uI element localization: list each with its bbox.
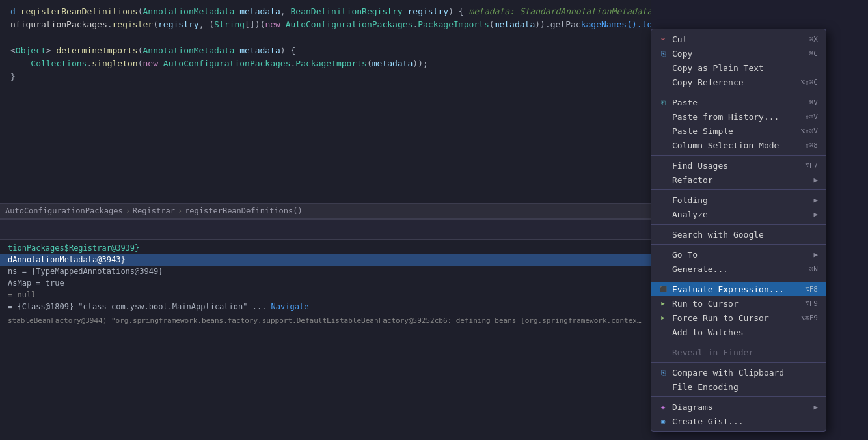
menu-item-copy-plain[interactable]: Copy as Plain Text bbox=[651, 61, 826, 75]
menu-item-refactor[interactable]: Refactor ▶ bbox=[651, 172, 826, 187]
menu-item-find-usages[interactable]: Find Usages ⌥F7 bbox=[651, 158, 826, 172]
cut-icon: ✂ bbox=[658, 34, 668, 44]
find-usages-label: Find Usages bbox=[672, 161, 728, 171]
menu-item-force-run[interactable]: ▶ Force Run to Cursor ⌥⌘F9 bbox=[651, 310, 826, 325]
menu-item-cut[interactable]: ✂ Cut ⌘X bbox=[651, 32, 826, 46]
compare-clipboard-label: Compare with Clipboard bbox=[672, 368, 784, 378]
menu-item-compare-clipboard[interactable]: ⎘ Compare with Clipboard bbox=[651, 365, 826, 379]
breadcrumb-bar: AutoConfigurationPackages › Registrar › … bbox=[0, 203, 651, 219]
menu-item-generate[interactable]: Generate... ⌘N bbox=[651, 262, 826, 276]
paste-shortcut: ⌘V bbox=[809, 98, 818, 107]
paste-history-label: Paste from History... bbox=[672, 112, 779, 122]
paste-history-icon bbox=[658, 111, 668, 122]
paste-label: Paste bbox=[672, 98, 698, 107]
code-line-3 bbox=[0, 31, 651, 44]
separator-5 bbox=[651, 244, 826, 245]
breadcrumb-part-3[interactable]: registerBeanDefinitions() bbox=[185, 206, 303, 215]
menu-item-search-google[interactable]: Search with Google bbox=[651, 227, 826, 241]
find-usages-shortcut: ⌥F7 bbox=[805, 161, 818, 170]
menu-item-folding[interactable]: Folding ▶ bbox=[651, 193, 826, 207]
copy-icon: ⎘ bbox=[658, 48, 668, 59]
find-usages-icon bbox=[658, 160, 668, 171]
run-cursor-icon: ▶ bbox=[658, 298, 668, 309]
copy-label: Copy bbox=[672, 49, 692, 59]
copy-ref-label: Copy Reference bbox=[672, 77, 744, 87]
separator-8 bbox=[651, 362, 826, 363]
column-select-icon bbox=[658, 140, 668, 150]
reveal-finder-label: Reveal in Finder bbox=[672, 348, 753, 357]
debug-row-1: tionPackages$Registrar@3939} bbox=[0, 242, 651, 254]
debug-row-2[interactable]: dAnnotationMetadata@3943} bbox=[0, 254, 651, 266]
menu-item-analyze[interactable]: Analyze ▶ bbox=[651, 207, 826, 221]
paste-icon: ⎗ bbox=[658, 97, 668, 107]
file-encoding-icon bbox=[658, 381, 668, 392]
file-encoding-label: File Encoding bbox=[672, 382, 739, 392]
folding-icon bbox=[658, 195, 668, 205]
go-to-arrow: ▶ bbox=[813, 251, 818, 259]
menu-item-create-gist[interactable]: ◉ Create Gist... bbox=[651, 414, 826, 428]
diagrams-label: Diagrams bbox=[672, 402, 713, 412]
copy-ref-icon bbox=[658, 77, 668, 87]
menu-item-copy[interactable]: ⎘ Copy ⌘C bbox=[651, 46, 826, 61]
run-cursor-shortcut: ⌥F9 bbox=[805, 299, 818, 308]
create-gist-icon: ◉ bbox=[658, 416, 668, 426]
debug-toolbar bbox=[0, 220, 651, 240]
evaluate-shortcut: ⌥F8 bbox=[805, 285, 818, 294]
separator-4 bbox=[651, 224, 826, 225]
create-gist-label: Create Gist... bbox=[672, 417, 744, 426]
paste-history-shortcut: ⇧⌘V bbox=[805, 113, 818, 121]
menu-item-go-to[interactable]: Go To ▶ bbox=[651, 247, 826, 262]
menu-item-evaluate[interactable]: ⬛ Evaluate Expression... ⌥F8 bbox=[651, 282, 826, 296]
copy-ref-shortcut: ⌥⇧⌘C bbox=[801, 78, 819, 87]
code-line-2: nfigurationPackages.register(registry, (… bbox=[0, 18, 651, 31]
refactor-icon bbox=[658, 174, 668, 185]
paste-simple-shortcut: ⌥⇧⌘V bbox=[801, 127, 819, 135]
code-line-4: <Object> determineImports(AnnotationMeta… bbox=[0, 44, 651, 57]
debug-row-6: = {Class@1809} "class com.ysw.boot.MainA… bbox=[0, 301, 651, 312]
force-run-shortcut: ⌥⌘F9 bbox=[801, 314, 819, 322]
copy-plain-icon bbox=[658, 62, 668, 73]
run-cursor-label: Run to Cursor bbox=[672, 299, 739, 309]
separator-6 bbox=[651, 279, 826, 279]
search-google-icon bbox=[658, 229, 668, 240]
separator-2 bbox=[651, 155, 826, 156]
separator-9 bbox=[651, 396, 826, 397]
code-content: d registerBeanDefinitions(AnnotationMeta… bbox=[0, 0, 651, 89]
diagrams-icon: ◈ bbox=[658, 402, 668, 412]
analyze-label: Analyze bbox=[672, 210, 708, 219]
debug-content: tionPackages$Registrar@3939} dAnnotation… bbox=[0, 240, 651, 315]
editor-area: d registerBeanDefinitions(AnnotationMeta… bbox=[0, 0, 651, 440]
generate-icon bbox=[658, 264, 668, 274]
menu-item-paste-simple[interactable]: Paste Simple ⌥⇧⌘V bbox=[651, 124, 826, 138]
cut-label: Cut bbox=[672, 34, 687, 44]
compare-clipboard-icon: ⎘ bbox=[658, 367, 668, 378]
refactor-label: Refactor bbox=[672, 175, 713, 185]
evaluate-icon: ⬛ bbox=[658, 284, 668, 294]
cut-shortcut: ⌘X bbox=[809, 35, 818, 44]
generate-label: Generate... bbox=[672, 264, 728, 274]
menu-item-file-encoding[interactable]: File Encoding bbox=[651, 379, 826, 394]
menu-item-paste-history[interactable]: Paste from History... ⇧⌘V bbox=[651, 109, 826, 124]
menu-item-add-watches[interactable]: Add to Watches bbox=[651, 325, 826, 339]
folding-arrow: ▶ bbox=[813, 196, 818, 204]
context-menu: ✂ Cut ⌘X ⎘ Copy ⌘C Copy as Plain Text Co… bbox=[651, 29, 826, 432]
force-run-label: Force Run to Cursor bbox=[672, 313, 769, 323]
debug-row-4: AsMap = true bbox=[0, 277, 651, 289]
menu-item-diagrams[interactable]: ◈ Diagrams ▶ bbox=[651, 400, 826, 414]
menu-item-run-cursor[interactable]: ▶ Run to Cursor ⌥F9 bbox=[651, 296, 826, 310]
menu-item-column-select[interactable]: Column Selection Mode ⇧⌘8 bbox=[651, 138, 826, 152]
go-to-label: Go To bbox=[672, 250, 698, 260]
go-to-icon bbox=[658, 249, 668, 260]
breadcrumb-part-2[interactable]: Registrar bbox=[133, 206, 175, 215]
debug-row-5: = null bbox=[0, 289, 651, 301]
code-line-6: } bbox=[0, 70, 651, 83]
generate-shortcut: ⌘N bbox=[809, 265, 818, 273]
breadcrumb-sep-1: › bbox=[126, 206, 130, 215]
search-google-label: Search with Google bbox=[672, 230, 764, 240]
debug-row-3: ns = {TypeMappedAnnotations@3949} bbox=[0, 266, 651, 277]
menu-item-copy-ref[interactable]: Copy Reference ⌥⇧⌘C bbox=[651, 75, 826, 89]
copy-plain-label: Copy as Plain Text bbox=[672, 63, 764, 73]
navigate-link[interactable]: Navigate bbox=[271, 302, 309, 311]
breadcrumb-part-1[interactable]: AutoConfigurationPackages bbox=[5, 206, 123, 215]
menu-item-paste[interactable]: ⎗ Paste ⌘V bbox=[651, 95, 826, 109]
